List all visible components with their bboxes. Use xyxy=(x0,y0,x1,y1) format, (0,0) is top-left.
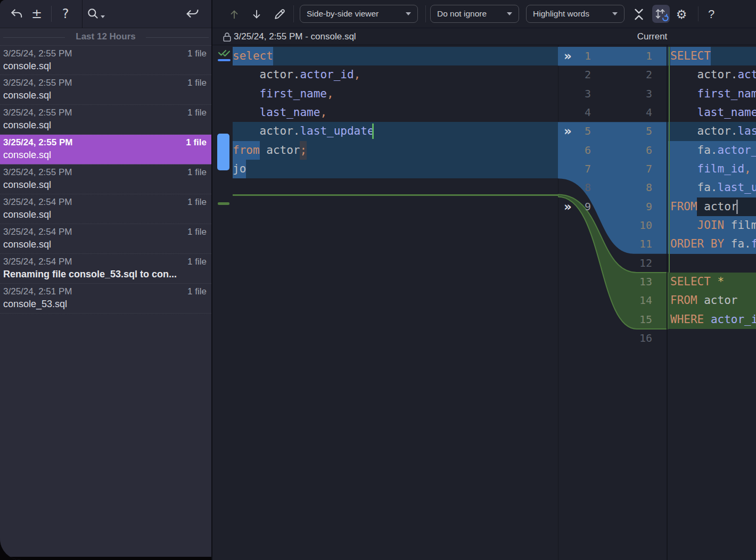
line-number: 5 xyxy=(622,122,652,141)
revision-item[interactable]: 3/25/24, 2:54 PM1 fileconsole.sql xyxy=(0,194,211,224)
change-marker-bar[interactable] xyxy=(217,134,229,170)
revision-file-count: 1 file xyxy=(187,227,207,237)
code-token xyxy=(670,219,697,232)
code-token: last_update xyxy=(300,125,374,137)
revision-item[interactable]: 3/25/24, 2:54 PM1 fileRenaming file cons… xyxy=(0,254,211,284)
help-icon[interactable]: ? xyxy=(56,5,75,23)
code-line[interactable]: fa.actor_ xyxy=(670,141,756,160)
diff-editors: select actor.actor_id, first_name, last_… xyxy=(212,45,756,560)
line-number: 14 xyxy=(622,291,652,310)
revision-item[interactable]: 3/25/24, 2:55 PM1 fileconsole.sql xyxy=(0,164,211,194)
code-token: fa xyxy=(670,144,711,157)
line-number: 15 xyxy=(622,310,652,329)
revert-icon[interactable] xyxy=(183,5,201,23)
panel-footer-strip xyxy=(0,557,211,560)
help-icon[interactable]: ? xyxy=(702,5,720,23)
code-token: JOIN xyxy=(697,219,725,232)
code-token xyxy=(711,275,718,288)
code-line[interactable]: select xyxy=(233,47,273,65)
line-number: 6 xyxy=(561,141,591,160)
revision-time: 3/25/24, 2:55 PM xyxy=(3,78,72,88)
code-token: , xyxy=(320,106,327,119)
expand-chevrons-icon[interactable]: » xyxy=(564,47,580,65)
highlight-mode-select[interactable]: Highlight words xyxy=(526,5,624,23)
code-line[interactable]: first_nam xyxy=(670,85,756,103)
code-token: actor xyxy=(670,125,731,137)
insertion-marker-dash[interactable] xyxy=(218,202,229,205)
revision-item[interactable]: 3/25/24, 2:54 PM1 fileconsole.sql xyxy=(0,224,211,254)
code-line[interactable]: WHERE actor_i xyxy=(670,310,756,329)
revision-item[interactable]: 3/25/24, 2:55 PM1 fileconsole.sql xyxy=(0,75,211,105)
viewer-mode-select[interactable]: Side-by-side viewer xyxy=(300,5,418,23)
code-token xyxy=(704,313,711,326)
revision-item[interactable]: 3/25/24, 2:55 PM1 fileconsole.sql xyxy=(0,105,211,135)
diff-line-background-mod xyxy=(233,160,558,178)
previous-difference-icon[interactable] xyxy=(225,5,243,23)
next-difference-icon[interactable] xyxy=(248,5,266,23)
line-number: 13 xyxy=(622,273,652,291)
code-line[interactable]: film_id, xyxy=(670,160,751,178)
code-line[interactable]: FROM actor xyxy=(670,291,737,310)
code-line[interactable]: actor.act xyxy=(670,65,756,84)
code-line[interactable]: ORDER BY fa.f xyxy=(670,235,756,253)
code-token: , xyxy=(327,87,334,100)
inspections-ok-icon[interactable] xyxy=(218,47,232,60)
revision-time: 3/25/24, 2:54 PM xyxy=(3,227,72,237)
edit-icon[interactable] xyxy=(270,5,288,23)
code-line[interactable]: from actor; xyxy=(233,141,307,160)
revision-label: console.sql xyxy=(3,150,51,161)
revision-label: console.sql xyxy=(3,61,51,72)
revision-file-count: 1 file xyxy=(187,78,207,88)
code-token: las xyxy=(737,125,756,137)
code-line[interactable]: actor.last_update xyxy=(233,122,374,141)
code-token: SELECT xyxy=(670,275,711,288)
revision-time: 3/25/24, 2:51 PM xyxy=(3,286,72,297)
code-line[interactable]: actor.actor_id, xyxy=(233,65,360,84)
undo-icon[interactable] xyxy=(7,5,26,23)
code-token: FROM xyxy=(670,200,697,213)
highlight-mode-label: Highlight words xyxy=(533,9,589,19)
code-line[interactable]: jo xyxy=(233,160,246,178)
revision-item[interactable]: 3/25/24, 2:55 PM1 fileconsole.sql xyxy=(0,45,211,75)
code-token: * xyxy=(718,275,725,288)
code-token: ORDER BY xyxy=(670,237,724,250)
line-number: 8 xyxy=(561,178,591,197)
revision-file-count: 1 file xyxy=(187,48,207,59)
viewer-mode-label: Side-by-side viewer xyxy=(307,9,379,19)
code-token: actor_ xyxy=(718,144,756,157)
code-line[interactable]: actor.las xyxy=(670,122,756,141)
line-number: 4 xyxy=(561,103,591,122)
code-line[interactable]: FROM actor xyxy=(670,197,737,216)
code-line[interactable]: fa.last_u xyxy=(670,178,756,197)
editor-gutter-divider xyxy=(667,45,668,560)
sync-scroll-icon[interactable] xyxy=(652,5,670,23)
settings-gear-icon[interactable]: ⚙ xyxy=(672,5,691,23)
code-token: , xyxy=(354,68,361,81)
revision-item[interactable]: 3/25/24, 2:55 PM1 fileconsole.sql xyxy=(0,135,211,164)
code-token: SELECT xyxy=(670,47,711,65)
code-line[interactable]: last_name xyxy=(670,103,756,122)
code-line[interactable]: last_name, xyxy=(233,103,327,122)
revision-time: 3/25/24, 2:55 PM xyxy=(3,108,72,118)
revision-time: 3/25/24, 2:54 PM xyxy=(3,257,72,267)
insertion-point-line xyxy=(233,194,558,196)
code-token: WHERE xyxy=(670,313,704,326)
revision-label: console.sql xyxy=(3,239,51,250)
code-line[interactable]: SELECT xyxy=(670,47,711,65)
code-line[interactable]: JOIN film xyxy=(670,216,756,235)
ignore-policy-select[interactable]: Do not ignore xyxy=(430,5,519,23)
expand-chevrons-icon[interactable]: » xyxy=(564,197,580,216)
code-line[interactable]: first_name, xyxy=(233,85,334,103)
panel-splitter[interactable] xyxy=(211,0,212,560)
revision-file-count: 1 file xyxy=(187,257,207,267)
revision-item[interactable]: 3/25/24, 2:51 PM1 fileconsole_53.sql xyxy=(0,284,211,314)
search-history-caret[interactable] xyxy=(101,15,105,18)
create-patch-icon[interactable]: ± xyxy=(28,5,46,23)
expand-chevrons-icon[interactable]: » xyxy=(564,122,580,141)
history-group-header: Last 12 Hours xyxy=(0,30,211,45)
code-token: select xyxy=(233,47,273,65)
toolbar-divider xyxy=(293,5,294,22)
search-icon[interactable] xyxy=(84,5,102,23)
collapse-unchanged-icon[interactable] xyxy=(630,5,648,23)
code-line[interactable]: SELECT * xyxy=(670,273,724,291)
